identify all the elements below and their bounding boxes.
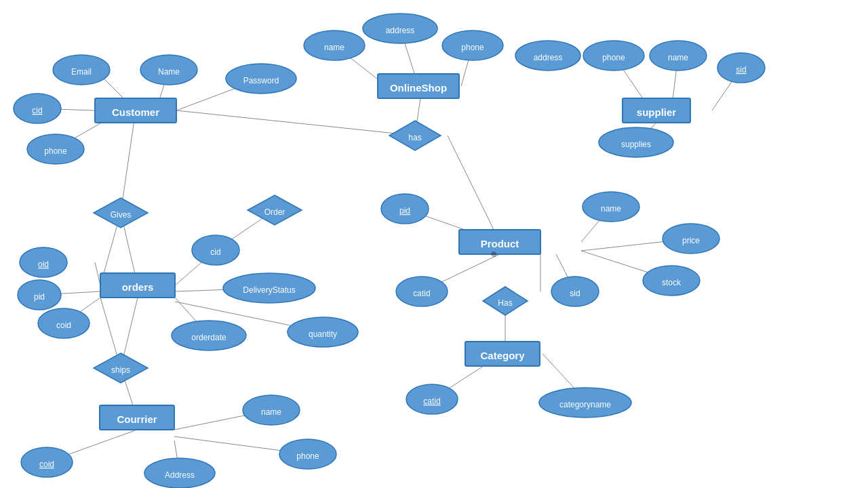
courrier-entity-label: Courrier: [117, 413, 157, 425]
svg-text:phone: phone: [44, 146, 67, 156]
supplier-entity-label: supplier: [637, 106, 677, 118]
svg-line-14: [176, 110, 416, 136]
svg-text:price: price: [682, 236, 700, 245]
svg-text:stock: stock: [662, 278, 682, 287]
svg-text:name: name: [324, 43, 344, 52]
svg-text:phone: phone: [296, 451, 319, 461]
svg-text:pid: pid: [399, 206, 410, 216]
svg-text:Name: Name: [158, 67, 180, 77]
onlineshop-entity-label: OnlineShop: [390, 82, 447, 94]
svg-text:cid: cid: [32, 106, 42, 115]
svg-text:categoryname: categoryname: [559, 400, 611, 409]
svg-text:pid: pid: [34, 292, 45, 302]
svg-text:quantity: quantity: [309, 329, 337, 339]
svg-text:Address: Address: [165, 470, 195, 480]
svg-text:coid: coid: [39, 460, 54, 469]
svg-line-13: [448, 136, 500, 242]
svg-text:name: name: [668, 53, 688, 62]
svg-text:sid: sid: [570, 289, 580, 298]
svg-text:Gives: Gives: [111, 210, 132, 220]
svg-text:catid: catid: [413, 289, 430, 298]
svg-text:DeliveryStatus: DeliveryStatus: [243, 285, 295, 295]
svg-text:name: name: [601, 204, 621, 214]
customer-entity-label: Customer: [112, 106, 159, 118]
svg-text:Password: Password: [243, 76, 279, 85]
svg-text:cid: cid: [210, 247, 220, 257]
svg-point-124: [491, 251, 496, 257]
svg-line-34: [121, 110, 136, 213]
svg-text:Has: Has: [498, 298, 512, 308]
svg-text:phone: phone: [461, 43, 484, 52]
product-entity-label: Product: [481, 238, 519, 249]
category-entity-label: Category: [480, 350, 525, 361]
svg-text:Email: Email: [71, 67, 92, 77]
svg-text:phone: phone: [602, 53, 625, 62]
svg-text:orderdate: orderdate: [191, 333, 226, 342]
svg-text:supplies: supplies: [621, 140, 651, 149]
svg-line-31: [95, 262, 100, 285]
svg-text:sid: sid: [736, 65, 746, 75]
svg-text:address: address: [534, 53, 563, 62]
svg-text:Order: Order: [264, 207, 285, 217]
svg-text:oid: oid: [38, 260, 49, 269]
svg-text:name: name: [261, 407, 281, 417]
svg-text:address: address: [386, 26, 415, 35]
orders-entity-label: orders: [122, 281, 154, 293]
svg-text:has: has: [408, 133, 421, 142]
svg-text:coid: coid: [56, 321, 71, 330]
svg-text:catid: catid: [423, 396, 440, 406]
er-diagram: address name phone Email Name Password p…: [0, 0, 868, 488]
svg-text:ships: ships: [111, 365, 130, 375]
